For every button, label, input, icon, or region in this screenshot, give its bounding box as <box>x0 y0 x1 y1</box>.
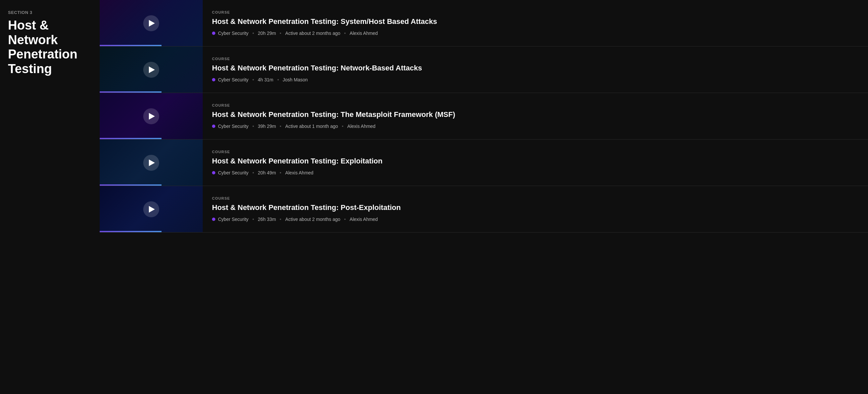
course-type-label: COURSE <box>212 103 859 107</box>
sidebar-title-line3: Testing <box>8 62 52 76</box>
category-dot-icon <box>212 78 215 81</box>
category-dot-icon <box>212 171 215 174</box>
meta-separator-icon <box>344 219 346 220</box>
play-button[interactable] <box>143 108 159 124</box>
meta-separator-icon <box>253 33 254 34</box>
course-duration: 4h 31m <box>258 77 274 83</box>
course-category: Cyber Security <box>218 77 249 83</box>
meta-separator-icon <box>253 126 254 127</box>
meta-separator-icon <box>342 126 343 127</box>
course-active-status: Active about 2 months ago <box>285 217 340 222</box>
play-button[interactable] <box>143 201 159 217</box>
meta-separator-icon <box>253 79 254 80</box>
course-meta: Cyber Security26h 33mActive about 2 mont… <box>212 217 859 222</box>
course-item[interactable]: COURSEHost & Network Penetration Testing… <box>100 46 868 93</box>
sidebar: SECTION 3 Host & Network Penetration Tes… <box>0 0 100 394</box>
course-duration: 39h 29m <box>258 124 276 129</box>
course-info: COURSEHost & Network Penetration Testing… <box>203 46 868 93</box>
thumbnail-progress-bar <box>100 91 161 93</box>
course-type-label: COURSE <box>212 10 859 14</box>
course-category: Cyber Security <box>218 170 249 175</box>
course-list: COURSEHost & Network Penetration Testing… <box>100 0 868 394</box>
course-item[interactable]: COURSEHost & Network Penetration Testing… <box>100 139 868 186</box>
course-title: Host & Network Penetration Testing: Netw… <box>212 63 859 73</box>
meta-separator-icon <box>253 172 254 173</box>
thumbnail-progress-bar <box>100 138 161 139</box>
course-duration: 26h 33m <box>258 217 276 222</box>
thumbnail-progress-bar <box>100 45 161 46</box>
section-label: SECTION 3 <box>8 10 92 15</box>
course-meta: Cyber Security20h 29mActive about 2 mont… <box>212 31 859 36</box>
sidebar-title: Host & Network Penetration Testing <box>8 18 92 76</box>
course-title: Host & Network Penetration Testing: Expl… <box>212 157 859 166</box>
course-author: Alexis Ahmed <box>350 217 378 222</box>
play-button[interactable] <box>143 62 159 78</box>
meta-separator-icon <box>280 126 281 127</box>
meta-separator-icon <box>253 219 254 220</box>
course-duration: 20h 29m <box>258 31 276 36</box>
course-title: Host & Network Penetration Testing: Post… <box>212 203 859 212</box>
course-type-label: COURSE <box>212 150 859 154</box>
course-item[interactable]: COURSEHost & Network Penetration Testing… <box>100 186 868 233</box>
course-info: COURSEHost & Network Penetration Testing… <box>203 0 868 46</box>
course-item[interactable]: COURSEHost & Network Penetration Testing… <box>100 0 868 46</box>
course-author: Alexis Ahmed <box>347 124 375 129</box>
category-dot-icon <box>212 125 215 128</box>
course-author: Josh Mason <box>283 77 308 83</box>
course-thumbnail <box>100 0 203 46</box>
course-meta: Cyber Security20h 49mAlexis Ahmed <box>212 170 859 175</box>
course-meta: Cyber Security4h 31mJosh Mason <box>212 77 859 83</box>
course-type-label: COURSE <box>212 57 859 61</box>
meta-separator-icon <box>344 33 346 34</box>
thumbnail-progress-bar <box>100 185 161 186</box>
meta-separator-icon <box>277 79 279 80</box>
course-category: Cyber Security <box>218 124 249 129</box>
course-thumbnail <box>100 186 203 232</box>
sidebar-title-line1: Host & Network <box>8 18 58 47</box>
course-meta: Cyber Security39h 29mActive about 1 mont… <box>212 124 859 129</box>
category-dot-icon <box>212 32 215 35</box>
course-duration: 20h 49m <box>258 170 276 175</box>
category-dot-icon <box>212 218 215 221</box>
course-item[interactable]: COURSEHost & Network Penetration Testing… <box>100 93 868 139</box>
thumbnail-progress-bar <box>100 231 161 232</box>
course-thumbnail <box>100 93 203 139</box>
course-type-label: COURSE <box>212 196 859 200</box>
play-button[interactable] <box>143 155 159 171</box>
course-info: COURSEHost & Network Penetration Testing… <box>203 93 868 139</box>
course-active-status: Active about 2 months ago <box>285 31 340 36</box>
course-category: Cyber Security <box>218 31 249 36</box>
course-title: Host & Network Penetration Testing: Syst… <box>212 17 859 27</box>
meta-separator-icon <box>280 33 281 34</box>
course-category: Cyber Security <box>218 217 249 222</box>
meta-separator-icon <box>280 219 281 220</box>
sidebar-title-line2: Penetration <box>8 47 78 61</box>
course-title: Host & Network Penetration Testing: The … <box>212 110 859 120</box>
course-active-status: Active about 1 month ago <box>285 124 338 129</box>
course-thumbnail <box>100 46 203 93</box>
meta-separator-icon <box>280 172 281 173</box>
course-author: Alexis Ahmed <box>285 170 313 175</box>
course-info: COURSEHost & Network Penetration Testing… <box>203 139 868 186</box>
course-author: Alexis Ahmed <box>350 31 378 36</box>
course-info: COURSEHost & Network Penetration Testing… <box>203 186 868 232</box>
play-button[interactable] <box>143 15 159 31</box>
course-thumbnail <box>100 139 203 186</box>
